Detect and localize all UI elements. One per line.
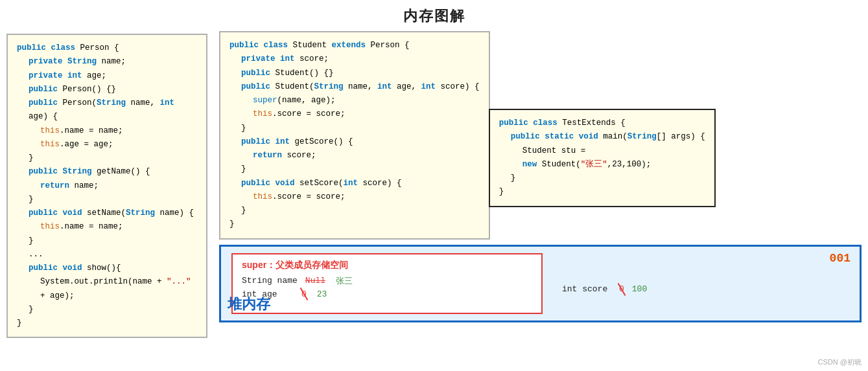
super-box: super：父类成员存储空间 String name Null 张三 int a… (231, 253, 543, 314)
student-line-7: } (229, 122, 480, 135)
student-line-8: public int getScore() { (229, 135, 480, 149)
student-line-5: super(name, age); (229, 94, 480, 107)
person-line-2: private String name; (17, 55, 197, 69)
test-line-6: } (499, 185, 705, 199)
string-name-value: 张三 (336, 275, 353, 287)
person-line-6: this.name = name; (17, 124, 197, 138)
student-line-1: public class Student extends Person { (229, 39, 480, 52)
person-line-13: this.name = name; (17, 220, 197, 234)
person-line-1: public class Person { (17, 41, 197, 55)
student-line-11: public void setScore(int score) { (229, 177, 480, 190)
int-score-area: int score 0 100 (562, 265, 647, 314)
person-line-11: } (17, 193, 197, 207)
test-code-box: public class TestExtends { public static… (489, 109, 716, 207)
string-name-label: String name (242, 276, 298, 286)
super-label: super：父类成员存储空间 (242, 260, 532, 271)
person-line-10: return name; (17, 179, 197, 193)
person-line-19: } (17, 317, 197, 330)
int-score-zero: 0 (619, 284, 624, 294)
right-area: public class Student extends Person { pr… (219, 31, 862, 322)
test-line-2: public static void main(String[] args) { (499, 130, 705, 144)
person-line-9: public String getName() { (17, 165, 197, 179)
person-line-12: public void setName(String name) { (17, 207, 197, 220)
student-line-6: this.score = score; (229, 107, 480, 121)
heap-label: 堆内存 (228, 295, 270, 314)
test-line-1: public class TestExtends { (499, 117, 705, 130)
person-code-box: public class Person { private String nam… (6, 34, 207, 338)
string-name-null: Null (305, 276, 325, 286)
memory-area: 001 super：父类成员存储空间 String name Null 张三 i… (219, 245, 862, 322)
int-age-row: int age 0 23 (242, 289, 532, 299)
student-line-9: return score; (229, 149, 480, 163)
student-line-13: } (229, 204, 480, 218)
memory-id: 001 (830, 252, 850, 265)
person-line-15: ... (17, 248, 197, 262)
person-line-7: this.age = age; (17, 138, 197, 152)
student-line-2: private int score; (229, 52, 480, 66)
test-line-5: } (499, 172, 705, 185)
person-line-14: } (17, 234, 197, 248)
student-line-3: public Student() {} (229, 67, 480, 80)
main-area: public class Person { private String nam… (0, 31, 868, 338)
person-line-5: public Person(String name, int age) { (17, 96, 197, 124)
int-age-value: 23 (317, 289, 327, 299)
csdn-watermark: CSDN @初晓 (818, 357, 862, 367)
person-line-17: System.out.println(name + "..." + age); (17, 275, 197, 303)
student-code-box: public class Student extends Person { pr… (219, 31, 490, 240)
int-age-zero: 0 (301, 289, 307, 299)
page-title: 内存图解 (0, 0, 868, 31)
student-line-4: public Student(String name, int age, int… (229, 80, 480, 94)
test-line-3: Student stu = (499, 144, 705, 158)
person-line-18: } (17, 303, 197, 317)
string-name-row: String name Null 张三 (242, 275, 532, 287)
person-line-4: public Person() {} (17, 83, 197, 96)
code-boxes-top: public class Student extends Person { pr… (219, 31, 862, 240)
int-score-value: 100 (632, 284, 647, 294)
student-line-12: this.score = score; (229, 190, 480, 204)
person-line-16: public void show(){ (17, 262, 197, 275)
person-line-8: } (17, 152, 197, 165)
person-line-3: private int age; (17, 69, 197, 83)
test-line-4: new Student("张三",23,100); (499, 158, 705, 172)
student-line-14: } (229, 218, 480, 231)
int-score-label: int score (562, 284, 614, 294)
student-line-10: } (229, 163, 480, 176)
